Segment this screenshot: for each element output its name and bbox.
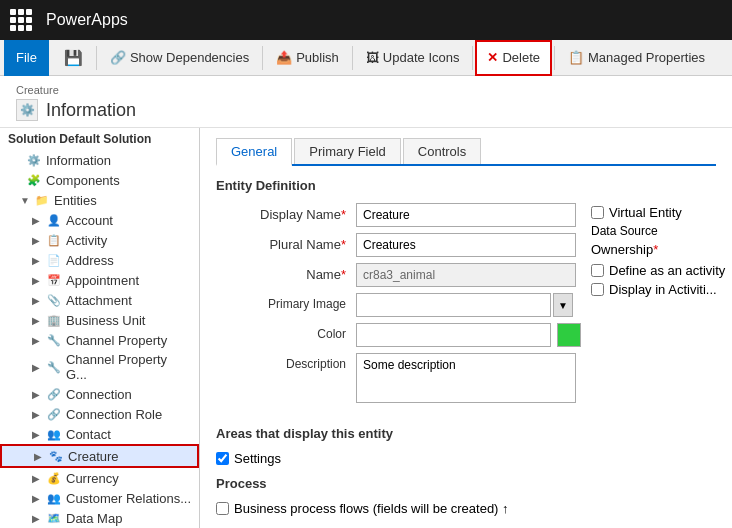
expand-arrow: ▶	[32, 473, 42, 484]
sidebar-item-information-label: Information	[46, 153, 111, 168]
settings-checkbox[interactable]	[216, 452, 229, 465]
sidebar-item-datamap-label: Data Map	[66, 511, 122, 526]
tab-controls[interactable]: Controls	[403, 138, 481, 164]
primary-image-label: Primary Image	[216, 293, 356, 311]
plural-name-control	[356, 233, 581, 257]
color-label: Color	[216, 323, 356, 341]
required-star: *	[341, 237, 346, 252]
sidebar-item-customerrelations[interactable]: ▶ 👥 Customer Relations...	[0, 488, 199, 508]
primary-image-input[interactable]	[356, 293, 551, 317]
display-activity-checkbox[interactable]	[591, 283, 604, 296]
sidebar-item-entities[interactable]: ▼ 📁 Entities	[0, 190, 199, 210]
delete-button[interactable]: ✕ Delete	[475, 40, 552, 76]
required-star-ownership: *	[653, 242, 658, 257]
customerrelations-icon: 👥	[46, 490, 62, 506]
waffle-icon[interactable]	[10, 9, 32, 31]
sidebar-item-channelpropertyg-label: Channel Property G...	[66, 352, 191, 382]
update-icons-label: Update Icons	[383, 50, 460, 65]
sidebar-item-connection[interactable]: ▶ 🔗 Connection	[0, 384, 199, 404]
tab-primaryfield[interactable]: Primary Field	[294, 138, 401, 164]
channelpropertyg-icon: 🔧	[46, 359, 62, 375]
data-source-label: Data Source	[591, 224, 732, 238]
sidebar-item-activity[interactable]: ▶ 📋 Activity	[0, 230, 199, 250]
publish-icon: 📤	[276, 50, 292, 65]
sidebar-item-components-label: Components	[46, 173, 120, 188]
content-area: General Primary Field Controls Entity De…	[200, 128, 732, 528]
sidebar-scroll: Solution Default Solution ⚙️ Information…	[0, 128, 199, 528]
sidebar-item-channelproperty[interactable]: ▶ 🔧 Channel Property	[0, 330, 199, 350]
app-title: PowerApps	[46, 11, 128, 29]
sidebar-item-creature[interactable]: ▶ 🐾 Creature	[0, 444, 199, 468]
primary-image-row: Primary Image ▼	[216, 293, 581, 317]
sidebar-item-account[interactable]: ▶ 👤 Account	[0, 210, 199, 230]
tab-general[interactable]: General	[216, 138, 292, 166]
expand-arrow: ▶	[34, 451, 44, 462]
datamap-icon: 🗺️	[46, 510, 62, 526]
update-icons-button[interactable]: 🖼 Update Icons	[355, 40, 471, 76]
sidebar-item-attachment-label: Attachment	[66, 293, 132, 308]
expand-arrow: ▶	[32, 493, 42, 504]
virtual-entity-checkbox[interactable]	[591, 206, 604, 219]
sidebar-item-channelpropertyg[interactable]: ▶ 🔧 Channel Property G...	[0, 350, 199, 384]
sidebar-item-components[interactable]: 🧩 Components	[0, 170, 199, 190]
sidebar-item-creature-label: Creature	[68, 449, 119, 464]
sidebar-item-businessunit-label: Business Unit	[66, 313, 145, 328]
sidebar-item-address[interactable]: ▶ 📄 Address	[0, 250, 199, 270]
entities-icon: 📁	[34, 192, 50, 208]
display-name-input[interactable]	[356, 203, 576, 227]
sidebar-item-attachment[interactable]: ▶ 📎 Attachment	[0, 290, 199, 310]
entity-definition-title: Entity Definition	[216, 178, 716, 193]
ribbon: File 💾 🔗 Show Dependencies 📤 Publish 🖼 U…	[0, 40, 732, 76]
info-icon: ⚙️	[26, 152, 42, 168]
sidebar-item-datamap[interactable]: ▶ 🗺️ Data Map	[0, 508, 199, 528]
save-button[interactable]: 💾	[53, 40, 94, 76]
sidebar-item-appointment[interactable]: ▶ 📅 Appointment	[0, 270, 199, 290]
virtual-entity-label: Virtual Entity	[609, 205, 682, 220]
color-input[interactable]	[356, 323, 551, 347]
show-deps-label: Show Dependencies	[130, 50, 249, 65]
file-button[interactable]: File	[4, 40, 49, 76]
primary-image-dropdown[interactable]: ▼	[553, 293, 573, 317]
expand-arrow: ▼	[20, 195, 30, 206]
plural-name-input[interactable]	[356, 233, 576, 257]
address-icon: 📄	[46, 252, 62, 268]
sidebar-item-connectionrole-label: Connection Role	[66, 407, 162, 422]
expand-arrow: ▶	[32, 315, 42, 326]
define-activity-row: Define as an activity	[591, 263, 732, 278]
process-section-title: Process	[216, 476, 716, 491]
businessunit-icon: 🏢	[46, 312, 62, 328]
page-title-row: ⚙️ Information	[0, 99, 732, 128]
name-control	[356, 263, 581, 287]
sidebar-item-entities-label: Entities	[54, 193, 97, 208]
sidebar-item-customerrelations-label: Customer Relations...	[66, 491, 191, 506]
managed-properties-button[interactable]: 📋 Managed Properties	[557, 40, 716, 76]
sidebar-item-contact[interactable]: ▶ 👥 Contact	[0, 424, 199, 444]
display-name-label: Display Name*	[216, 203, 356, 222]
ribbon-sep-3	[352, 46, 353, 70]
sidebar-item-currency[interactable]: ▶ 💰 Currency	[0, 468, 199, 488]
sidebar-item-information[interactable]: ⚙️ Information	[0, 150, 199, 170]
publish-button[interactable]: 📤 Publish	[265, 40, 350, 76]
expand-arrow: ▶	[32, 275, 42, 286]
expand-arrow: ▶	[32, 513, 42, 524]
publish-label: Publish	[296, 50, 339, 65]
sidebar-item-businessunit[interactable]: ▶ 🏢 Business Unit	[0, 310, 199, 330]
page-title: Information	[46, 100, 136, 121]
display-activity-row: Display in Activiti...	[591, 282, 732, 297]
sidebar-item-channelproperty-label: Channel Property	[66, 333, 167, 348]
expand-arrow: ▶	[32, 409, 42, 420]
define-activity-checkbox[interactable]	[591, 264, 604, 277]
business-process-checkbox[interactable]	[216, 502, 229, 515]
sidebar-item-connectionrole[interactable]: ▶ 🔗 Connection Role	[0, 404, 199, 424]
expand-arrow: ▶	[32, 389, 42, 400]
show-deps-icon: 🔗	[110, 50, 126, 65]
name-label: Name*	[216, 263, 356, 282]
delete-icon: ✕	[487, 50, 498, 65]
virtual-entity-row: Virtual Entity	[591, 205, 732, 220]
show-dependencies-button[interactable]: 🔗 Show Dependencies	[99, 40, 260, 76]
activity-icon: 📋	[46, 232, 62, 248]
description-textarea[interactable]: Some description	[356, 353, 576, 403]
settings-label: Settings	[234, 451, 281, 466]
description-row: Description Some description	[216, 353, 581, 406]
color-swatch[interactable]	[557, 323, 581, 347]
